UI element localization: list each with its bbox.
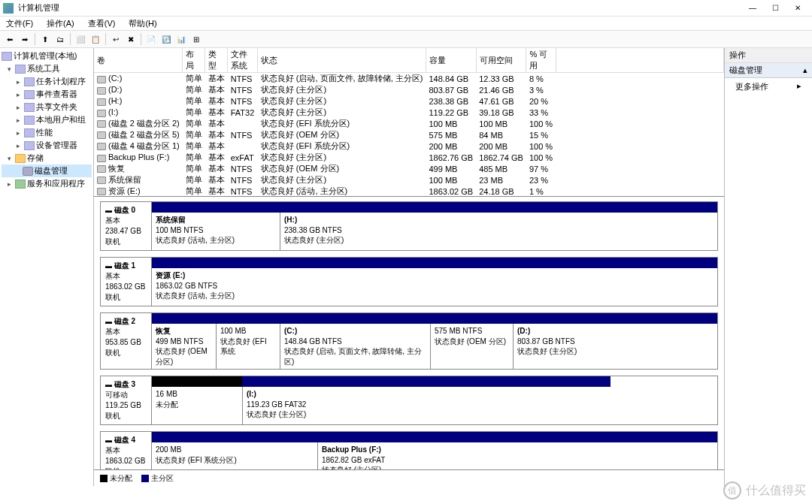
titlebar: 计算机管理 — ☐ ✕ xyxy=(0,0,812,17)
toolbar-btn-0[interactable]: ⬅ xyxy=(3,32,17,46)
close-button[interactable]: ✕ xyxy=(786,1,809,16)
chevron-right-icon: ▸ xyxy=(797,81,801,92)
table-row[interactable]: 资源 (E:)简单基本NTFS状态良好 (活动, 主分区)1863.02 GB2… xyxy=(94,186,724,197)
table-row[interactable]: (磁盘 2 磁盘分区 5)简单基本NTFS状态良好 (OEM 分区)575 MB… xyxy=(94,129,724,140)
menu-action[interactable]: 操作(A) xyxy=(44,18,77,29)
col-status[interactable]: 状态 xyxy=(258,48,426,73)
toolbar-btn-15[interactable]: ⊞ xyxy=(189,32,203,46)
partition[interactable]: 16 MB未分配 xyxy=(152,387,242,424)
volume-icon xyxy=(97,165,106,173)
table-row[interactable]: (磁盘 2 磁盘分区 2)简单基本状态良好 (EFI 系统分区)100 MB10… xyxy=(94,118,724,129)
actions-header: 操作 xyxy=(725,48,812,63)
disk-block[interactable]: ▬ 磁盘 4基本1863.02 GB联机200 MB状态良好 (EFI 系统分区… xyxy=(100,431,718,469)
tree-storage[interactable]: ▾存储 xyxy=(2,152,92,164)
disk-block[interactable]: ▬ 磁盘 1基本1863.02 GB联机资源 (E:)1863.02 GB NT… xyxy=(100,257,718,306)
toolbar-btn-4[interactable]: 🗂 xyxy=(53,32,67,46)
window-title: 计算机管理 xyxy=(18,2,741,14)
minimize-button[interactable]: — xyxy=(741,1,764,16)
toolbar-btn-3[interactable]: ⬆ xyxy=(38,32,52,46)
maximize-button[interactable]: ☐ xyxy=(764,1,786,16)
partition[interactable]: (I:)119.23 GB FAT32状态良好 (主分区) xyxy=(242,387,611,424)
col-free[interactable]: 可用空间 xyxy=(476,48,526,73)
partition[interactable]: 100 MB状态良好 (EFI 系统 xyxy=(216,324,280,369)
volume-icon xyxy=(97,143,106,150)
disk-info: ▬ 磁盘 0基本238.47 GB联机 xyxy=(101,202,152,250)
col-pct[interactable]: % 可用 xyxy=(526,48,556,73)
volume-icon xyxy=(97,155,106,162)
partition[interactable]: (C:)148.84 GB NTFS状态良好 (启动, 页面文件, 故障转储, … xyxy=(280,324,430,369)
col-type[interactable]: 类型 xyxy=(205,48,228,73)
disk-info: ▬ 磁盘 3可移动119.25 GB联机 xyxy=(101,376,152,424)
toolbar-btn-14[interactable]: 📊 xyxy=(174,32,188,46)
volume-icon xyxy=(97,120,106,128)
menu-file[interactable]: 文件(F) xyxy=(3,18,36,29)
disk-block[interactable]: ▬ 磁盘 0基本238.47 GB联机系统保留100 MB NTFS状态良好 (… xyxy=(100,201,718,251)
menu-bar: 文件(F) 操作(A) 查看(V) 帮助(H) xyxy=(0,17,812,30)
table-row[interactable]: (D:)简单基本NTFS状态良好 (主分区)803.87 GB21.46 GB3… xyxy=(94,84,724,95)
partition[interactable]: 系统保留100 MB NTFS状态良好 (活动, 主分区) xyxy=(152,213,280,250)
volume-icon xyxy=(97,76,106,83)
graphical-view[interactable]: ▬ 磁盘 0基本238.47 GB联机系统保留100 MB NTFS状态良好 (… xyxy=(94,197,724,469)
toolbar-btn-13[interactable]: 🔃 xyxy=(159,32,173,46)
legend-primary-label: 主分区 xyxy=(151,474,174,482)
volume-icon xyxy=(97,177,106,184)
disk-block[interactable]: ▬ 磁盘 2基本953.85 GB联机恢复499 MB NTFS状态良好 (OE… xyxy=(100,312,718,370)
toolbar-btn-12[interactable]: 📄 xyxy=(144,32,158,46)
tree-sys-item[interactable]: ▸性能 xyxy=(2,126,92,139)
table-row[interactable]: Backup Plus (F:)简单基本exFAT状态良好 (主分区)1862.… xyxy=(94,152,724,163)
col-fs[interactable]: 文件系统 xyxy=(228,48,258,73)
partition[interactable]: Backup Plus (F:)1862.82 GB exFAT状态良好 (主分… xyxy=(317,442,701,469)
toolbar-btn-7[interactable]: 📋 xyxy=(89,32,102,46)
partition[interactable]: (D:)803.87 GB NTFS状态良好 (主分区) xyxy=(513,324,701,369)
toolbar-btn-1[interactable]: ➡ xyxy=(18,32,32,46)
table-row[interactable]: (H:)简单基本NTFS状态良好 (主分区)238.38 GB47.61 GB2… xyxy=(94,95,724,107)
toolbar-btn-9[interactable]: ↩ xyxy=(109,32,123,46)
partition[interactable]: 资源 (E:)1863.02 GB NTFS状态良好 (活动, 主分区) xyxy=(152,268,701,306)
legend: 未分配 主分区 xyxy=(94,469,724,486)
tree-disk-mgmt[interactable]: 磁盘管理 xyxy=(2,164,92,177)
legend-primary-swatch xyxy=(141,475,149,482)
volume-icon xyxy=(97,98,106,106)
disk-block[interactable]: ▬ 磁盘 3可移动119.25 GB联机16 MB未分配 (I:)119.23 … xyxy=(100,376,718,425)
volume-icon xyxy=(97,131,106,139)
legend-unalloc-swatch xyxy=(100,475,108,482)
col-volume[interactable]: 卷 xyxy=(94,48,183,73)
toolbar: ⬅➡⬆🗂⬜📋↩✖📄🔃📊⊞ xyxy=(0,30,812,48)
volume-icon xyxy=(97,188,106,195)
app-icon xyxy=(3,3,14,14)
tree-pane: 计算机管理(本地) ▾系统工具 ▸任务计划程序▸事件查看器▸共享文件夹▸本地用户… xyxy=(0,48,94,486)
table-row[interactable]: (I:)简单基本FAT32状态良好 (主分区)119.22 GB39.18 GB… xyxy=(94,107,724,118)
table-row[interactable]: (C:)简单基本NTFS状态良好 (启动, 页面文件, 故障转储, 主分区)14… xyxy=(94,73,724,85)
menu-help[interactable]: 帮助(H) xyxy=(126,18,159,29)
tree-services[interactable]: ▸服务和应用程序 xyxy=(2,177,92,190)
collapse-icon: ▴ xyxy=(803,65,807,75)
partition[interactable]: 恢复499 MB NTFS状态良好 (OEM 分区) xyxy=(152,324,216,369)
tree-root[interactable]: 计算机管理(本地) xyxy=(2,50,92,62)
toolbar-btn-10[interactable]: ✖ xyxy=(124,32,138,46)
disk-info: ▬ 磁盘 1基本1863.02 GB联机 xyxy=(101,258,152,306)
tree-system-tools[interactable]: ▾系统工具 xyxy=(2,62,92,75)
toolbar-btn-6[interactable]: ⬜ xyxy=(74,32,87,46)
table-header-row: 卷 布局 类型 文件系统 状态 容量 可用空间 % 可用 xyxy=(94,48,724,73)
disk-info: ▬ 磁盘 2基本953.85 GB联机 xyxy=(101,313,152,369)
col-capacity[interactable]: 容量 xyxy=(426,48,476,73)
volume-icon xyxy=(97,87,106,95)
actions-section[interactable]: 磁盘管理▴ xyxy=(725,63,812,78)
actions-more[interactable]: 更多操作▸ xyxy=(725,78,812,95)
tree-sys-item[interactable]: ▸任务计划程序 xyxy=(2,75,92,88)
tree-sys-item[interactable]: ▸事件查看器 xyxy=(2,88,92,101)
tree-sys-item[interactable]: ▸本地用户和组 xyxy=(2,113,92,126)
tree-sys-item[interactable]: ▸共享文件夹 xyxy=(2,101,92,113)
volume-table[interactable]: 卷 布局 类型 文件系统 状态 容量 可用空间 % 可用 (C:)简单基本NTF… xyxy=(94,48,724,197)
table-row[interactable]: (磁盘 4 磁盘分区 1)简单基本状态良好 (EFI 系统分区)200 MB20… xyxy=(94,140,724,152)
actions-pane: 操作 磁盘管理▴ 更多操作▸ xyxy=(725,48,812,486)
table-row[interactable]: 恢复简单基本NTFS状态良好 (OEM 分区)499 MB485 MB97 % xyxy=(94,163,724,174)
col-layout[interactable]: 布局 xyxy=(183,48,205,73)
table-row[interactable]: 系统保留简单基本NTFS状态良好 (主分区)100 MB23 MB23 % xyxy=(94,174,724,186)
partition[interactable]: (H:)238.38 GB NTFS状态良好 (主分区) xyxy=(280,213,701,250)
partition[interactable]: 200 MB状态良好 (EFI 系统分区) xyxy=(152,442,317,469)
volume-icon xyxy=(97,110,106,117)
menu-view[interactable]: 查看(V) xyxy=(85,18,119,29)
tree-sys-item[interactable]: ▸设备管理器 xyxy=(2,139,92,152)
partition[interactable]: 575 MB NTFS状态良好 (OEM 分区) xyxy=(430,324,513,369)
